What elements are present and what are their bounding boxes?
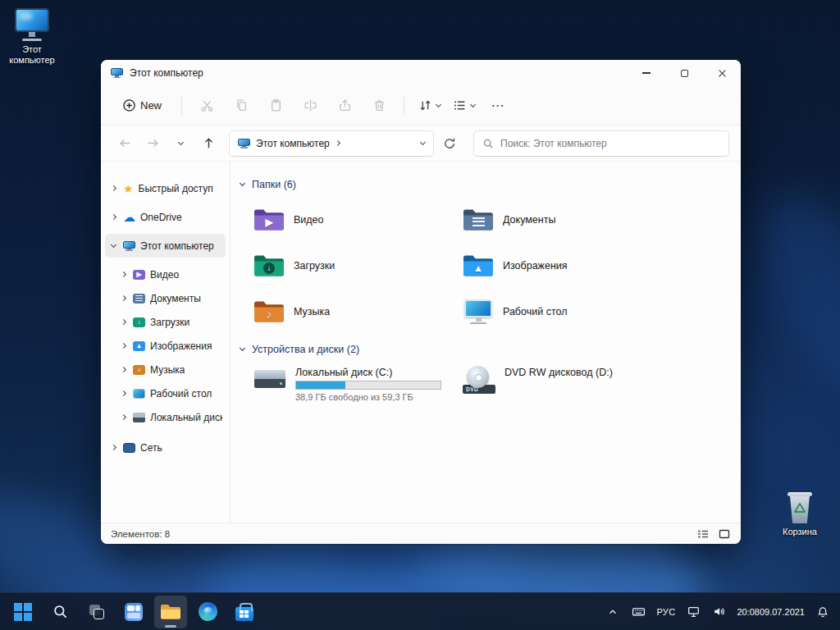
sidebar-item-videos[interactable]: ▶ Видео bbox=[105, 262, 226, 286]
chevron-right-icon[interactable] bbox=[120, 295, 126, 301]
share-button[interactable] bbox=[330, 92, 359, 120]
drive-usage-fill bbox=[296, 381, 345, 389]
new-button[interactable]: New bbox=[112, 92, 171, 120]
section-header-devices[interactable]: Устройства и диски (2) bbox=[240, 340, 728, 359]
sort-button[interactable] bbox=[414, 92, 444, 120]
breadcrumb-item[interactable]: Этот компьютер bbox=[256, 138, 330, 149]
chevron-right-icon[interactable] bbox=[120, 319, 126, 325]
sidebar-item-quick-access[interactable]: ★ Быстрый доступ bbox=[105, 176, 226, 200]
chevron-right-icon[interactable] bbox=[110, 214, 116, 220]
view-button[interactable] bbox=[449, 92, 478, 120]
close-button[interactable] bbox=[703, 60, 741, 86]
folder-tile-documents[interactable]: Документы bbox=[456, 199, 665, 240]
chevron-right-icon[interactable] bbox=[335, 140, 340, 146]
desktop: Этот компьютер Корзина Этот компьютер bbox=[0, 0, 840, 630]
language-indicator[interactable]: РУС bbox=[655, 597, 677, 627]
drive-tile-c[interactable]: Локальный диск (C:) 38,9 ГБ свободно из … bbox=[247, 364, 456, 404]
folder-tile-desktop[interactable]: Рабочий стол bbox=[456, 291, 665, 331]
taskbar-clock[interactable]: 20:08 09.07.2021 bbox=[735, 597, 806, 627]
copy-button[interactable] bbox=[226, 92, 256, 120]
chevron-right-icon[interactable] bbox=[120, 414, 126, 420]
breadcrumb[interactable]: Этот компьютер bbox=[229, 130, 434, 157]
search-icon bbox=[52, 604, 68, 619]
sidebar-item-network[interactable]: Сеть bbox=[105, 436, 226, 459]
widgets-button[interactable] bbox=[117, 596, 150, 628]
folder-tile-music[interactable]: ♪ Музыка bbox=[247, 291, 456, 331]
sidebar-item-onedrive[interactable]: ☁ OneDrive bbox=[105, 205, 226, 229]
cut-button[interactable] bbox=[192, 92, 221, 120]
search-input[interactable] bbox=[500, 138, 720, 149]
navigation-pane: ★ Быстрый доступ ☁ OneDrive Этот компьют… bbox=[101, 162, 231, 523]
sidebar-item-this-pc[interactable]: Этот компьютер bbox=[105, 234, 226, 258]
speaker-icon bbox=[712, 605, 726, 619]
paste-button[interactable] bbox=[261, 92, 290, 120]
refresh-icon bbox=[443, 137, 456, 150]
sidebar-item-downloads[interactable]: ↓ Загрузки bbox=[105, 310, 226, 334]
sidebar-item-local-disk[interactable]: Локальный диск (C:) bbox=[105, 405, 226, 429]
sidebar-item-music[interactable]: ♪ Музыка bbox=[105, 358, 226, 381]
network-button[interactable] bbox=[684, 597, 702, 627]
chevron-right-icon[interactable] bbox=[120, 272, 126, 277]
sidebar-item-desktop[interactable]: Рабочий стол bbox=[105, 381, 226, 405]
task-view-button[interactable] bbox=[80, 596, 113, 628]
this-pc-icon bbox=[123, 241, 135, 251]
desktop-icon-label: Этот компьютер bbox=[2, 44, 62, 66]
folder-tile-videos[interactable]: ▶ Видео bbox=[247, 199, 456, 240]
chevron-right-icon[interactable] bbox=[120, 343, 126, 349]
edge-button[interactable] bbox=[191, 596, 224, 628]
bell-icon bbox=[816, 605, 829, 619]
minimize-icon bbox=[642, 72, 651, 73]
touch-keyboard-icon bbox=[632, 605, 646, 619]
chevron-right-icon[interactable] bbox=[120, 390, 126, 396]
toolbar-separator bbox=[181, 97, 182, 115]
desktop-icon-this-pc[interactable]: Этот компьютер bbox=[2, 8, 62, 66]
desktop-folder-icon bbox=[463, 299, 494, 324]
system-tray: РУС 20:08 09.07.2021 bbox=[604, 597, 835, 627]
refresh-button[interactable] bbox=[437, 131, 462, 156]
rename-button[interactable] bbox=[295, 92, 325, 120]
recycle-bin-icon bbox=[783, 491, 816, 523]
chevron-down-icon[interactable] bbox=[110, 241, 116, 247]
folder-tile-downloads[interactable]: ↓ Загрузки bbox=[247, 245, 456, 285]
command-bar: New bbox=[101, 86, 741, 126]
folder-tile-pictures[interactable]: ▲ Изображения bbox=[456, 245, 665, 285]
store-button[interactable] bbox=[228, 596, 261, 628]
delete-button[interactable] bbox=[364, 92, 394, 120]
back-button[interactable] bbox=[112, 131, 137, 156]
search-icon bbox=[482, 138, 494, 149]
section-header-folders[interactable]: Папки (6) bbox=[240, 175, 728, 194]
titlebar[interactable]: Этот компьютер bbox=[101, 60, 741, 86]
file-explorer-button[interactable] bbox=[154, 596, 187, 628]
close-icon bbox=[718, 69, 727, 78]
download-arrow-icon: ↓ bbox=[253, 261, 285, 275]
maximize-button[interactable] bbox=[665, 60, 703, 86]
taskbar-search-button[interactable] bbox=[43, 596, 76, 628]
arrow-left-icon bbox=[118, 136, 132, 150]
forward-button[interactable] bbox=[140, 131, 165, 156]
up-button[interactable] bbox=[196, 131, 221, 156]
sidebar-item-documents[interactable]: Документы bbox=[105, 286, 226, 310]
disc-icon bbox=[467, 366, 489, 388]
tray-expand-button[interactable] bbox=[604, 597, 622, 627]
sort-icon bbox=[418, 98, 432, 112]
windows-logo-icon bbox=[14, 603, 32, 621]
start-button[interactable] bbox=[7, 596, 39, 628]
minimize-button[interactable] bbox=[628, 60, 665, 86]
drive-tile-dvd[interactable]: DVD DVD RW дисковод (D:) bbox=[456, 364, 665, 404]
music-folder-icon: ♪ bbox=[133, 365, 145, 375]
chevron-right-icon[interactable] bbox=[120, 367, 126, 372]
pictures-folder-icon: ▲ bbox=[133, 341, 145, 351]
more-options-button[interactable]: ⋯ bbox=[483, 92, 513, 120]
desktop-icon-recycle-bin[interactable]: Корзина bbox=[770, 491, 829, 537]
view-details-icon[interactable] bbox=[696, 527, 710, 541]
view-large-icons-icon[interactable] bbox=[718, 527, 731, 541]
recent-locations-button[interactable] bbox=[168, 131, 193, 156]
search-box[interactable] bbox=[473, 130, 729, 157]
chevron-right-icon[interactable] bbox=[110, 445, 116, 450]
touch-keyboard-button[interactable] bbox=[629, 597, 647, 627]
notification-center-button[interactable] bbox=[814, 597, 832, 627]
volume-button[interactable] bbox=[710, 597, 728, 627]
sidebar-item-pictures[interactable]: ▲ Изображения bbox=[105, 334, 226, 358]
chevron-right-icon[interactable] bbox=[110, 185, 116, 191]
chevron-down-icon[interactable] bbox=[420, 139, 426, 144]
